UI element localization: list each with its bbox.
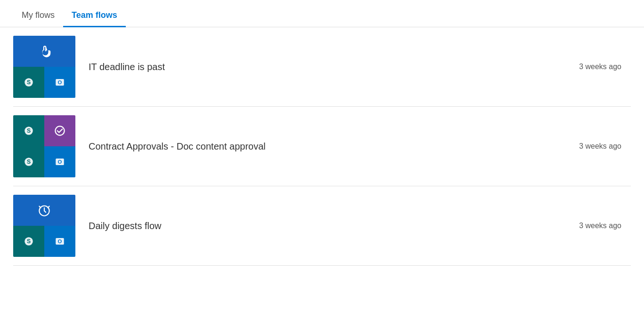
svg-text:S: S <box>27 127 31 134</box>
flow-item[interactable]: S O Daily digests flow 3 weeks ago <box>13 186 631 266</box>
flow-name: Contract Approvals - Doc content approva… <box>89 141 566 152</box>
flow-icon-grid: S O <box>13 36 75 98</box>
sharepoint-icon: S <box>22 124 35 137</box>
sharepoint-icon-2: S <box>22 155 35 168</box>
flow-time: 3 weeks ago <box>579 142 631 151</box>
svg-text:S: S <box>27 159 31 165</box>
svg-text:S: S <box>27 238 31 245</box>
flow-time: 3 weeks ago <box>579 222 631 230</box>
outlook-icon: O <box>53 235 66 248</box>
flow-item[interactable]: S S <box>13 107 631 186</box>
svg-point-6 <box>55 126 64 135</box>
alarm-cell <box>13 195 75 226</box>
flow-item[interactable]: S O IT deadline is past 3 weeks ago <box>13 27 631 107</box>
flow-name: Daily digests flow <box>89 221 566 231</box>
svg-text:O: O <box>58 238 62 244</box>
alarm-icon <box>36 202 52 218</box>
outlook-icon: O <box>53 76 66 89</box>
sharepoint-icon: S <box>22 235 35 248</box>
flow-time: 3 weeks ago <box>579 63 631 71</box>
sharepoint-icon: S <box>22 76 35 89</box>
tab-my-flows[interactable]: My flows <box>13 0 63 27</box>
tab-team-flows[interactable]: Team flows <box>63 0 126 27</box>
touch-icon <box>36 43 52 59</box>
tabs-container: My flows Team flows <box>0 0 644 27</box>
flow-icon-grid: S O <box>13 195 75 257</box>
approval-cell <box>44 115 75 146</box>
outlook-cell: O <box>44 226 75 257</box>
outlook-cell: O <box>44 146 75 177</box>
svg-text:O: O <box>58 159 62 165</box>
svg-text:S: S <box>27 79 31 86</box>
sharepoint-cell: S <box>13 67 44 98</box>
svg-text:O: O <box>58 80 62 85</box>
sharepoint-cell: S <box>13 226 44 257</box>
svg-point-12 <box>44 210 45 211</box>
flow-list: S O IT deadline is past 3 weeks ago S <box>0 27 644 266</box>
trigger-cell <box>13 36 75 67</box>
flow-name: IT deadline is past <box>89 62 566 72</box>
flow-icon-grid: S S <box>13 115 75 177</box>
outlook-icon: O <box>53 155 66 168</box>
approval-icon <box>53 124 66 137</box>
sharepoint-cell: S <box>13 115 44 146</box>
outlook-cell: O <box>44 67 75 98</box>
sharepoint-cell-2: S <box>13 146 44 177</box>
